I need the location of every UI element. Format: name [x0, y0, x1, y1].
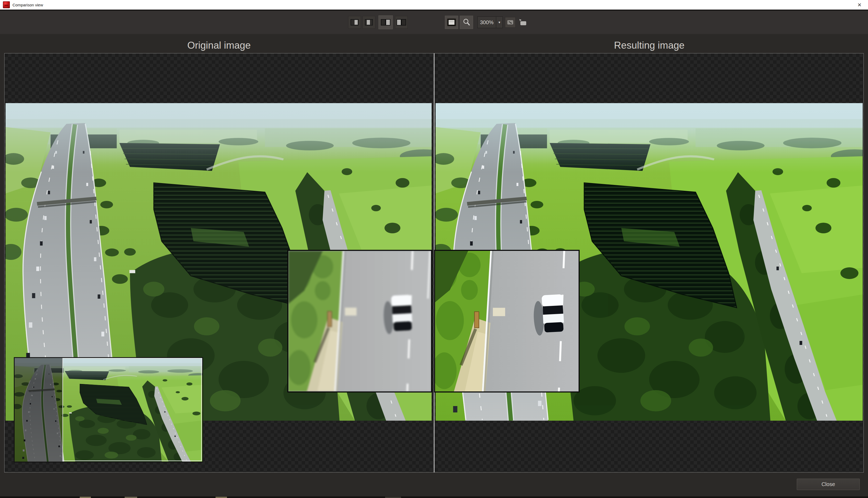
split-view-left-filled-icon	[365, 19, 373, 26]
navigator-dimmed-area	[15, 358, 63, 462]
magnifier-icon	[462, 18, 470, 26]
resulting-panel-title: Resulting image	[543, 40, 755, 51]
fit-to-screen-icon	[507, 19, 514, 26]
view-mode-side-by-side-swapped-button[interactable]	[395, 16, 408, 29]
select-region-button[interactable]	[518, 17, 528, 27]
view-mode-split-right-button[interactable]	[348, 16, 361, 29]
window-title: Comparison view	[13, 3, 43, 7]
side-by-side-swapped-view-icon	[396, 19, 406, 26]
toolbar: 300% ▼	[348, 15, 528, 29]
navigator-viewport[interactable]	[63, 358, 202, 461]
view-mode-split-left-button[interactable]	[363, 16, 375, 29]
close-button[interactable]: Close	[797, 479, 860, 490]
titlebar: Comparison view ✕	[0, 0, 868, 10]
zoom-tool-button[interactable]	[460, 16, 473, 29]
close-window-icon[interactable]: ✕	[855, 0, 864, 10]
magnifier-frame-toggle-button[interactable]	[445, 16, 458, 29]
background-window-fragment	[80, 497, 91, 498]
zoom-level-combobox[interactable]: 300% ▼	[477, 16, 503, 28]
original-panel-title: Original image	[113, 40, 325, 51]
view-mode-side-by-side-button[interactable]	[379, 15, 393, 29]
side-by-side-view-icon	[381, 19, 391, 26]
background-window-fragment	[124, 497, 137, 498]
fit-to-screen-button[interactable]	[505, 17, 516, 28]
original-magnifier-inset[interactable]	[287, 250, 432, 393]
background-window-fragment	[215, 497, 227, 498]
chevron-down-icon[interactable]: ▼	[496, 17, 502, 28]
titlebar-shadow	[0, 10, 868, 11]
background-window-fragment	[385, 497, 401, 498]
resulting-magnifier-inset[interactable]	[434, 250, 580, 393]
zoom-level-value[interactable]: 300%	[477, 19, 496, 26]
navigator-thumbnail[interactable]	[14, 357, 203, 462]
app-icon	[3, 1, 10, 8]
resulting-magnified-crop	[434, 250, 580, 393]
select-region-icon	[519, 19, 527, 26]
split-view-right-filled-icon	[351, 19, 358, 26]
original-magnified-crop	[288, 251, 431, 391]
magnifier-frame-toggle-icon	[447, 18, 456, 26]
